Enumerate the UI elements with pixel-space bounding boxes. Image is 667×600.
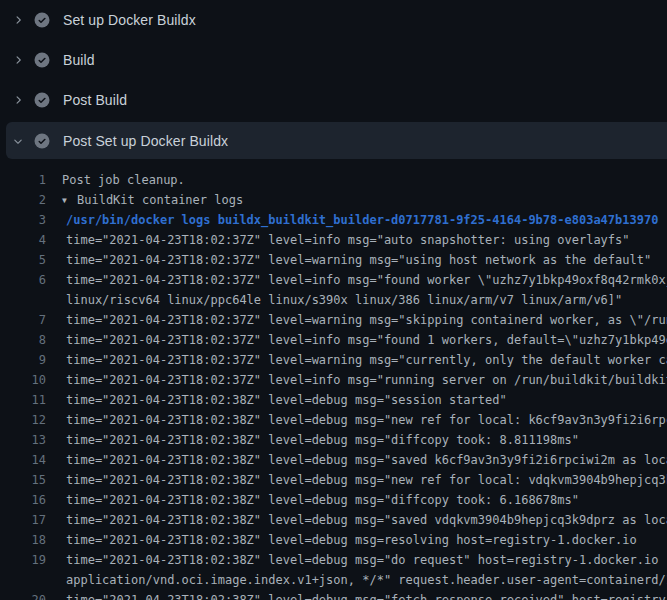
log-line: 18 time="2021-04-23T18:02:38Z" level=deb… <box>0 530 667 550</box>
log-line-text: time="2021-04-23T18:02:37Z" level=warnin… <box>46 350 667 370</box>
log-line-text: time="2021-04-23T18:02:37Z" level=warnin… <box>46 250 651 270</box>
group-label: BuildKit container logs <box>77 193 243 207</box>
log-line-number[interactable]: 5 <box>0 250 46 270</box>
log-line-number[interactable]: 11 <box>0 390 46 410</box>
chevron-down-icon <box>10 133 26 149</box>
log-line-text: time="2021-04-23T18:02:38Z" level=debug … <box>46 430 579 450</box>
log-line-number[interactable]: 7 <box>0 310 46 330</box>
log-line-number[interactable]: 19 <box>0 550 46 570</box>
log-line-number[interactable]: 14 <box>0 450 46 470</box>
step-label: Post Set up Docker Buildx <box>63 133 228 149</box>
check-circle-icon <box>34 92 50 108</box>
log-line-number[interactable]: 18 <box>0 530 46 550</box>
step-row[interactable]: Post Set up Docker Buildx <box>6 122 667 159</box>
log-line-number[interactable]: 8 <box>0 330 46 350</box>
log-line-text: time="2021-04-23T18:02:38Z" level=debug … <box>46 510 667 530</box>
log-line-text: time="2021-04-23T18:02:38Z" level=debug … <box>46 490 579 510</box>
log-line: 17 time="2021-04-23T18:02:38Z" level=deb… <box>0 510 667 530</box>
log-line-text: Post job cleanup. <box>46 170 185 190</box>
log-line-number[interactable]: 16 <box>0 490 46 510</box>
log-line-text: time="2021-04-23T18:02:37Z" level=warnin… <box>46 310 667 330</box>
log-line-number[interactable]: 9 <box>0 350 46 370</box>
log-line: 15 time="2021-04-23T18:02:38Z" level=deb… <box>0 470 667 490</box>
log-line: 5 time="2021-04-23T18:02:37Z" level=warn… <box>0 250 667 270</box>
chevron-right-icon <box>10 12 26 28</box>
step-row[interactable]: Build <box>0 40 667 80</box>
log-line-number[interactable] <box>0 570 46 590</box>
log-line: 13 time="2021-04-23T18:02:38Z" level=deb… <box>0 430 667 450</box>
step-row[interactable]: Post Build <box>0 80 667 120</box>
group-expanded-triangle-icon[interactable]: ▼ <box>62 191 77 211</box>
log-line: 9 time="2021-04-23T18:02:37Z" level=warn… <box>0 350 667 370</box>
log-line: 12 time="2021-04-23T18:02:38Z" level=deb… <box>0 410 667 430</box>
log-line: application/vnd.oci.image.index.v1+json,… <box>0 570 667 590</box>
log-line-text: time="2021-04-23T18:02:38Z" level=debug … <box>46 470 667 490</box>
log-line-number[interactable]: 4 <box>0 230 46 250</box>
check-circle-icon <box>34 52 50 68</box>
log-line-text: linux/riscv64 linux/ppc64le linux/s390x … <box>46 290 622 310</box>
log-line-number[interactable]: 15 <box>0 470 46 490</box>
check-circle-icon <box>34 133 50 149</box>
log-line: 20 time="2021-04-23T18:02:38Z" level=deb… <box>0 590 667 600</box>
log-line-text: time="2021-04-23T18:02:37Z" level=info m… <box>46 230 630 250</box>
log-line-text: application/vnd.oci.image.index.v1+json,… <box>46 570 667 590</box>
log-line-text: time="2021-04-23T18:02:38Z" level=debug … <box>46 450 667 470</box>
log-line: 3 /usr/bin/docker logs buildx_buildkit_b… <box>0 210 667 230</box>
log-area: 1 Post job cleanup. 2 ▼BuildKit containe… <box>0 160 667 600</box>
step-row[interactable]: Set up Docker Buildx <box>0 0 667 40</box>
log-line: 7 time="2021-04-23T18:02:37Z" level=warn… <box>0 310 667 330</box>
log-line-text: time="2021-04-23T18:02:38Z" level=debug … <box>46 550 667 570</box>
log-line-text: ▼BuildKit container logs <box>46 190 243 210</box>
log-line-text: /usr/bin/docker logs buildx_buildkit_bui… <box>46 210 658 230</box>
log-line-text: time="2021-04-23T18:02:37Z" level=info m… <box>46 370 667 390</box>
log-line: 4 time="2021-04-23T18:02:37Z" level=info… <box>0 230 667 250</box>
log-line: 14 time="2021-04-23T18:02:38Z" level=deb… <box>0 450 667 470</box>
log-line: 6 time="2021-04-23T18:02:37Z" level=info… <box>0 270 667 290</box>
log-line: 10 time="2021-04-23T18:02:37Z" level=inf… <box>0 370 667 390</box>
log-line-number[interactable]: 20 <box>0 590 46 600</box>
chevron-right-icon <box>10 92 26 108</box>
log-line: 11 time="2021-04-23T18:02:38Z" level=deb… <box>0 390 667 410</box>
step-label: Set up Docker Buildx <box>63 12 196 28</box>
log-line-number[interactable]: 13 <box>0 430 46 450</box>
actions-log-viewer: Set up Docker Buildx Build P <box>0 0 667 600</box>
log-line: 16 time="2021-04-23T18:02:38Z" level=deb… <box>0 490 667 510</box>
log-line-text: time="2021-04-23T18:02:38Z" level=debug … <box>46 390 507 410</box>
steps-list: Set up Docker Buildx Build P <box>0 0 667 159</box>
log-line-number[interactable]: 17 <box>0 510 46 530</box>
log-line: 8 time="2021-04-23T18:02:37Z" level=info… <box>0 330 667 350</box>
log-line-number[interactable]: 10 <box>0 370 46 390</box>
log-line-number[interactable]: 3 <box>0 210 46 230</box>
chevron-right-icon <box>10 52 26 68</box>
log-line: 19 time="2021-04-23T18:02:38Z" level=deb… <box>0 550 667 570</box>
log-line-text: time="2021-04-23T18:02:38Z" level=debug … <box>46 530 637 550</box>
log-line-text: time="2021-04-23T18:02:37Z" level=info m… <box>46 270 667 290</box>
log-line: linux/riscv64 linux/ppc64le linux/s390x … <box>0 290 667 310</box>
step-label: Post Build <box>63 92 127 108</box>
log-line-text: time="2021-04-23T18:02:37Z" level=info m… <box>46 330 667 350</box>
log-line: 1 Post job cleanup. <box>0 170 667 190</box>
log-line-number[interactable] <box>0 290 46 310</box>
log-line-text: time="2021-04-23T18:02:38Z" level=debug … <box>46 410 667 430</box>
log-line-number[interactable]: 1 <box>0 170 46 190</box>
check-circle-icon <box>34 12 50 28</box>
step-label: Build <box>63 52 95 68</box>
log-line-number[interactable]: 2 <box>0 190 46 210</box>
log-line-text: time="2021-04-23T18:02:38Z" level=debug … <box>46 590 667 600</box>
log-line-number[interactable]: 6 <box>0 270 46 290</box>
log-line[interactable]: 2 ▼BuildKit container logs <box>0 190 667 210</box>
log-line-number[interactable]: 12 <box>0 410 46 430</box>
